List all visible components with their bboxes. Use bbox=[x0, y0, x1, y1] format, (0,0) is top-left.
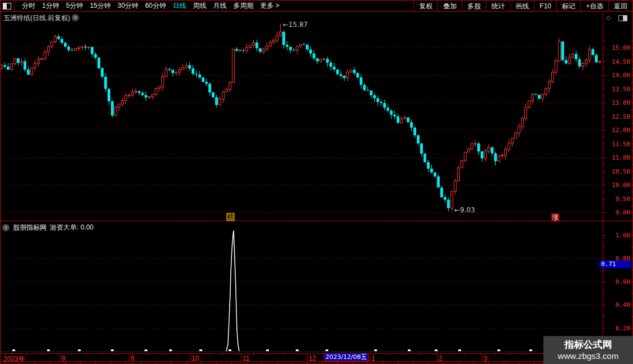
period-tab[interactable]: 30分钟 bbox=[114, 1, 142, 11]
price-scale-label: 11.00 bbox=[604, 154, 630, 161]
indicator-value: 游资大单: 0.00 bbox=[50, 223, 94, 232]
indicator-scale-label: 0.20 bbox=[604, 325, 630, 332]
period-tab[interactable]: 周线 bbox=[189, 1, 210, 11]
indicator-header: ∨ 股朋指标网 游资大单: 0.00 bbox=[2, 223, 94, 232]
candles-group bbox=[1, 24, 601, 211]
price-scale-label: 9.50 bbox=[604, 195, 630, 203]
rise-badge[interactable]: 涨 bbox=[551, 213, 560, 222]
time-axis-label: 3 bbox=[483, 354, 487, 362]
time-axis-label: 2023年 bbox=[3, 354, 25, 364]
time-axis-label: 1 bbox=[371, 354, 375, 362]
toolbar-menu: 复权叠加多股统计画线F10标记+自选返回 bbox=[413, 1, 632, 12]
diamond-icon[interactable]: ◇ bbox=[606, 14, 611, 21]
toolbar-button[interactable]: 叠加 bbox=[437, 1, 462, 12]
price-scale-label: 13.50 bbox=[604, 86, 630, 93]
selected-date-tag: 2023/12/08五 bbox=[324, 353, 369, 361]
period-tab[interactable]: 5分钟 bbox=[63, 1, 87, 11]
indicator-scale-label: 0.60 bbox=[604, 278, 630, 286]
layout-icon[interactable] bbox=[3, 3, 11, 10]
period-tab[interactable]: 日线 bbox=[169, 1, 189, 11]
indicator-scale-label: 1.00 bbox=[604, 232, 630, 239]
period-tab[interactable]: 15分钟 bbox=[86, 1, 114, 11]
rank-badge[interactable]: 榜 bbox=[226, 213, 235, 221]
period-tab[interactable]: 月线 bbox=[210, 1, 230, 11]
period-tab[interactable]: 多周期 bbox=[230, 1, 257, 11]
toolbar-button[interactable]: 多股 bbox=[462, 1, 486, 12]
time-axis-label: 8 bbox=[62, 354, 66, 362]
price-scale-label: 10.00 bbox=[604, 181, 630, 189]
split-window-icon[interactable] bbox=[618, 15, 627, 21]
period-menu: 分时1分钟5分钟15分钟30分钟60分钟日线周线月线多周期更多 > bbox=[1, 1, 283, 11]
time-axis-label: 10 bbox=[192, 354, 199, 362]
menu-divider bbox=[14, 1, 15, 11]
price-scale-label: 15.00 bbox=[604, 44, 630, 52]
watermark-title: 指标公式网 bbox=[543, 338, 633, 351]
time-axis-label: 11 bbox=[243, 354, 249, 362]
spike-path bbox=[226, 231, 239, 351]
price-scale-label: 13.00 bbox=[604, 99, 630, 106]
toolbar-button[interactable]: 返回 bbox=[608, 1, 632, 12]
period-tab[interactable]: 分时 bbox=[18, 1, 39, 11]
zero-dots-group bbox=[0, 349, 538, 352]
toolbar-button[interactable]: 标记 bbox=[556, 1, 580, 12]
price-scale-label: 14.50 bbox=[604, 58, 630, 66]
toolbar-button[interactable]: 画线 bbox=[510, 1, 534, 12]
toolbar-button[interactable]: F10 bbox=[534, 1, 556, 12]
indicator-scale-label: 0.40 bbox=[604, 301, 630, 309]
time-axis-label: 2 bbox=[439, 354, 443, 362]
watermark-url: www.zbgs3.com bbox=[543, 351, 633, 361]
indicator-spike bbox=[226, 231, 239, 351]
chart-canvas[interactable] bbox=[0, 0, 633, 364]
grid-lines bbox=[0, 48, 603, 329]
toolbar-button[interactable]: +自选 bbox=[580, 1, 608, 12]
chart-title: 五洲特纸(日线.前复权) bbox=[3, 13, 70, 23]
low-price-annotation: ←9.03 bbox=[454, 206, 475, 214]
indicator-source: 股朋指标网 bbox=[13, 223, 46, 232]
price-scale-label: 9.00 bbox=[604, 209, 630, 216]
price-scale-label: 14.00 bbox=[604, 72, 630, 79]
indicator-current-tag: 0.71 bbox=[599, 260, 631, 268]
period-tab[interactable]: 更多 > bbox=[257, 1, 282, 11]
chevron-down-icon[interactable]: ∨ bbox=[72, 14, 79, 21]
chevron-down-icon[interactable]: ∨ bbox=[2, 224, 10, 231]
top-menu-bar: 分时1分钟5分钟15分钟30分钟60分钟日线周线月线多周期更多 > 复权叠加多股… bbox=[1, 1, 632, 12]
price-scale-label: 12.50 bbox=[604, 113, 630, 120]
time-axis-label: 9 bbox=[131, 354, 134, 362]
price-scale-label: 10.50 bbox=[604, 168, 630, 175]
period-tab[interactable]: 60分钟 bbox=[142, 1, 169, 11]
toolbar-button[interactable]: 复权 bbox=[413, 1, 437, 12]
price-scale-label: 11.50 bbox=[604, 141, 630, 148]
price-scale-label: 12.00 bbox=[604, 127, 630, 134]
period-tab[interactable]: 1分钟 bbox=[39, 1, 63, 11]
watermark: 指标公式网 www.zbgs3.com bbox=[543, 336, 633, 364]
time-axis-label: 12 bbox=[309, 354, 316, 362]
toolbar-button[interactable]: 统计 bbox=[486, 1, 510, 12]
high-price-annotation: ←15.87 bbox=[283, 21, 308, 29]
